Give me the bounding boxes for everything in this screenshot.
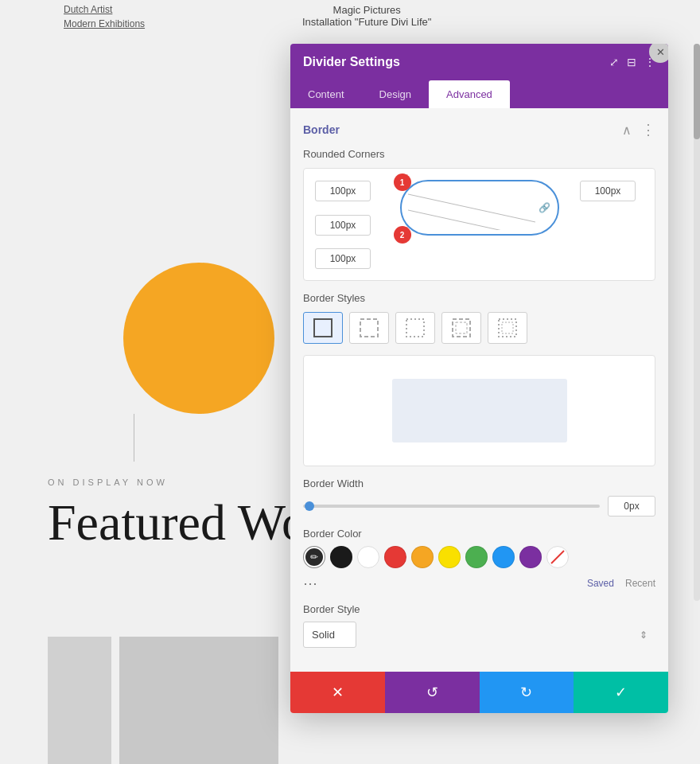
- section-more-button[interactable]: ⋮: [641, 121, 655, 138]
- columns-icon[interactable]: ⊟: [627, 56, 636, 68]
- tab-design[interactable]: Design: [362, 80, 429, 108]
- tab-advanced[interactable]: Advanced: [429, 80, 510, 108]
- top-left-corner-input[interactable]: [315, 181, 371, 201]
- installation-text: Installation "Future Divi Life": [302, 16, 431, 28]
- border-style-dashed[interactable]: [349, 312, 389, 344]
- bottom-images: [48, 637, 278, 764]
- svg-rect-6: [456, 322, 467, 333]
- dotted-border-icon: [404, 317, 426, 339]
- svg-rect-2: [314, 319, 332, 337]
- undo-button[interactable]: ↺: [385, 672, 480, 713]
- border-style-section: Border Style Solid Dashed Dotted Double: [303, 603, 655, 648]
- border-styles-section: Border Styles: [303, 292, 655, 466]
- border-width-slider[interactable]: [303, 505, 600, 508]
- border-preview-inner: [392, 379, 567, 442]
- on-display-text: ON DISPLAY NOW: [48, 477, 168, 487]
- badge-1: 1: [394, 173, 411, 191]
- badge-2: 2: [394, 226, 411, 244]
- modal-header: Divider Settings ⤢ ⊟ ⋮: [290, 44, 668, 80]
- border-style-dotted[interactable]: [395, 312, 435, 344]
- collapse-button[interactable]: ∧: [619, 122, 635, 138]
- scrollbar-track: [694, 44, 700, 601]
- divider-settings-modal: ✕ Divider Settings ⤢ ⊟ ⋮ Content Design …: [290, 44, 668, 713]
- svg-rect-3: [360, 319, 378, 337]
- border-style-dashed-inner[interactable]: [441, 312, 481, 344]
- dashed-inner-border-icon: [450, 317, 472, 339]
- svg-rect-8: [502, 322, 513, 333]
- strikethrough-icon: [549, 548, 566, 566]
- featured-text: Featured Wo: [48, 493, 307, 552]
- pill-inner-lines: [408, 186, 535, 230]
- recent-button[interactable]: Recent: [625, 578, 655, 589]
- color-swatch-green[interactable]: [465, 546, 488, 568]
- border-section-title: Border: [303, 123, 340, 136]
- svg-line-9: [551, 551, 564, 563]
- border-color-section: Border Color ✏: [303, 528, 655, 592]
- border-width-label: Border Width: [303, 477, 655, 489]
- slider-thumb[interactable]: [305, 501, 314, 511]
- color-swatch-strikethrough[interactable]: [546, 546, 569, 568]
- svg-rect-5: [453, 319, 470, 337]
- border-width-input[interactable]: [608, 496, 655, 516]
- color-swatch-red[interactable]: [384, 546, 406, 568]
- width-row: [303, 496, 655, 516]
- eyedropper-icon: ✏: [310, 552, 318, 563]
- bottom-left-corner-input[interactable]: [315, 215, 371, 236]
- dotted-inner-border-icon: [496, 317, 519, 339]
- center-top: Magic Pictures Installation "Future Divi…: [302, 4, 431, 28]
- modal-footer: ✕ ↺ ↻ ✓: [290, 672, 668, 713]
- color-more-button[interactable]: ⋯: [303, 575, 317, 592]
- color-swatch-orange[interactable]: [411, 546, 434, 568]
- dutch-artist-link[interactable]: Dutch Artist: [64, 4, 145, 15]
- rounded-corners-section: Rounded Corners 1 🔗: [303, 148, 655, 281]
- modern-exhibitions-link[interactable]: Modern Exhibitions: [64, 18, 145, 29]
- color-swatch-yellow[interactable]: [438, 546, 461, 568]
- top-right-corner-input[interactable]: [580, 181, 636, 201]
- tab-content[interactable]: Content: [290, 80, 362, 108]
- save-button[interactable]: ✓: [574, 672, 668, 713]
- color-swatch-black[interactable]: [330, 546, 352, 568]
- svg-line-1: [408, 210, 535, 230]
- fullscreen-icon[interactable]: ⤢: [609, 56, 619, 68]
- color-swatch-purple[interactable]: [519, 546, 542, 568]
- color-swatch-blue[interactable]: [492, 546, 515, 568]
- pill-preview: 1 🔗 2: [385, 180, 574, 236]
- color-row-extras: ⋯ Saved Recent: [303, 575, 655, 592]
- bottom-right-corner-input[interactable]: [315, 248, 371, 269]
- color-swatches: ✏: [303, 546, 655, 568]
- bottom-image-1: [48, 637, 111, 764]
- svg-rect-7: [499, 319, 516, 337]
- vertical-line: [134, 414, 134, 462]
- eyedropper-swatch[interactable]: ✏: [303, 546, 325, 568]
- dashed-border-icon: [358, 317, 380, 339]
- border-style-solid[interactable]: [303, 312, 343, 344]
- solid-border-icon: [312, 317, 334, 339]
- border-section-header: Border ∧ ⋮: [303, 121, 655, 138]
- nav-links: Dutch Artist Modern Exhibitions: [64, 4, 145, 29]
- border-style-select[interactable]: Solid Dashed Dotted Double: [303, 622, 356, 648]
- corners-grid: 1 🔗 2: [315, 180, 644, 269]
- border-style-dropdown-row: Solid Dashed Dotted Double: [303, 622, 655, 648]
- modal-body: Border ∧ ⋮ Rounded Corners: [290, 108, 668, 672]
- border-color-label: Border Color: [303, 528, 655, 540]
- border-preview-box: [303, 355, 655, 466]
- saved-button[interactable]: Saved: [587, 578, 614, 589]
- magic-pictures-text: Magic Pictures: [302, 4, 431, 16]
- link-icon: 🔗: [539, 202, 550, 213]
- modal-tabs: Content Design Advanced: [290, 80, 668, 108]
- redo-button[interactable]: ↻: [480, 672, 574, 713]
- svg-rect-4: [406, 319, 424, 337]
- section-controls: ∧ ⋮: [619, 121, 655, 138]
- color-swatch-white[interactable]: [357, 546, 379, 568]
- border-style-dotted-inner[interactable]: [488, 312, 527, 344]
- cancel-button[interactable]: ✕: [290, 672, 385, 713]
- bottom-image-2: [119, 637, 278, 764]
- modal-header-icons: ⤢ ⊟ ⋮: [609, 56, 655, 68]
- border-style-label: Border Style: [303, 603, 655, 615]
- saved-recent: Saved Recent: [587, 578, 655, 589]
- svg-line-0: [408, 194, 535, 222]
- rounded-corners-label: Rounded Corners: [303, 148, 655, 160]
- border-styles-label: Border Styles: [303, 292, 655, 304]
- rounded-corners-box: 1 🔗 2: [303, 168, 655, 281]
- scrollbar-thumb[interactable]: [694, 44, 700, 139]
